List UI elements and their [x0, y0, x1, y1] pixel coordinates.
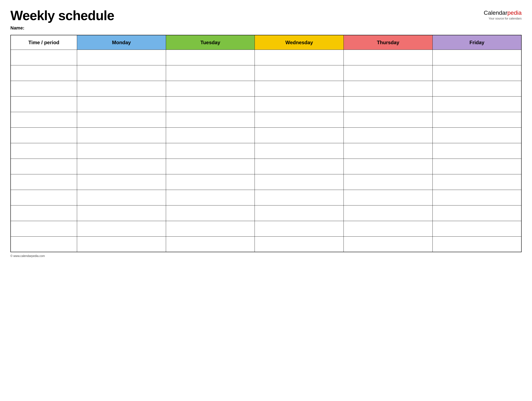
schedule-cell[interactable]: [255, 81, 344, 96]
col-header-tuesday: Tuesday: [166, 35, 255, 49]
schedule-cell[interactable]: [344, 81, 433, 96]
schedule-cell[interactable]: [166, 81, 255, 96]
table-row: [11, 112, 521, 127]
schedule-cell[interactable]: [344, 205, 433, 221]
time-cell[interactable]: [11, 127, 77, 143]
logo-pedia-part: pedia: [507, 10, 522, 16]
header-row: Time / period Monday Tuesday Wednesday T…: [11, 35, 521, 49]
logo-block: Calendarpedia Your source for calendars: [484, 8, 522, 20]
logo-calendar-part: Calendar: [484, 10, 507, 16]
schedule-cell[interactable]: [255, 205, 344, 221]
schedule-cell[interactable]: [166, 174, 255, 190]
footer: © www.calendarpedia.com: [10, 254, 522, 258]
schedule-cell[interactable]: [255, 174, 344, 190]
time-cell[interactable]: [11, 65, 77, 81]
schedule-cell[interactable]: [255, 96, 344, 112]
schedule-cell[interactable]: [166, 190, 255, 205]
schedule-cell[interactable]: [344, 112, 433, 127]
schedule-cell[interactable]: [77, 112, 166, 127]
schedule-cell[interactable]: [255, 221, 344, 236]
schedule-cell[interactable]: [344, 174, 433, 190]
schedule-cell[interactable]: [255, 127, 344, 143]
logo-text: Calendarpedia: [484, 9, 522, 16]
schedule-cell[interactable]: [432, 159, 521, 174]
schedule-cell[interactable]: [77, 143, 166, 159]
schedule-cell[interactable]: [166, 96, 255, 112]
schedule-cell[interactable]: [77, 236, 166, 252]
col-header-wednesday: Wednesday: [255, 35, 344, 49]
page-wrapper: Weekly schedule Name: Calendarpedia Your…: [10, 8, 522, 258]
schedule-cell[interactable]: [77, 65, 166, 81]
schedule-cell[interactable]: [344, 159, 433, 174]
schedule-cell[interactable]: [344, 49, 433, 65]
schedule-cell[interactable]: [432, 236, 521, 252]
schedule-cell[interactable]: [255, 159, 344, 174]
schedule-cell[interactable]: [432, 127, 521, 143]
table-row: [11, 81, 521, 96]
schedule-cell[interactable]: [77, 127, 166, 143]
schedule-cell[interactable]: [432, 49, 521, 65]
schedule-cell[interactable]: [166, 49, 255, 65]
footer-url: © www.calendarpedia.com: [10, 254, 45, 258]
time-cell[interactable]: [11, 221, 77, 236]
table-row: [11, 96, 521, 112]
time-cell[interactable]: [11, 174, 77, 190]
schedule-cell[interactable]: [344, 127, 433, 143]
schedule-cell[interactable]: [432, 221, 521, 236]
schedule-cell[interactable]: [255, 190, 344, 205]
schedule-cell[interactable]: [166, 143, 255, 159]
time-cell[interactable]: [11, 96, 77, 112]
schedule-cell[interactable]: [166, 65, 255, 81]
time-cell[interactable]: [11, 190, 77, 205]
schedule-cell[interactable]: [77, 81, 166, 96]
logo-tagline: Your source for calendars: [488, 17, 522, 20]
schedule-cell[interactable]: [432, 81, 521, 96]
time-cell[interactable]: [11, 236, 77, 252]
header-section: Weekly schedule Name: Calendarpedia Your…: [10, 8, 522, 31]
schedule-cell[interactable]: [77, 96, 166, 112]
time-cell[interactable]: [11, 205, 77, 221]
schedule-cell[interactable]: [77, 49, 166, 65]
schedule-cell[interactable]: [255, 112, 344, 127]
schedule-cell[interactable]: [77, 221, 166, 236]
schedule-cell[interactable]: [166, 127, 255, 143]
schedule-cell[interactable]: [432, 174, 521, 190]
schedule-cell[interactable]: [255, 65, 344, 81]
schedule-cell[interactable]: [344, 236, 433, 252]
schedule-cell[interactable]: [255, 49, 344, 65]
time-cell[interactable]: [11, 143, 77, 159]
schedule-cell[interactable]: [344, 96, 433, 112]
table-row: [11, 159, 521, 174]
schedule-cell[interactable]: [432, 143, 521, 159]
time-cell[interactable]: [11, 112, 77, 127]
schedule-cell[interactable]: [166, 112, 255, 127]
schedule-cell[interactable]: [432, 112, 521, 127]
table-row: [11, 143, 521, 159]
table-row: [11, 127, 521, 143]
schedule-cell[interactable]: [344, 190, 433, 205]
schedule-cell[interactable]: [432, 65, 521, 81]
schedule-cell[interactable]: [432, 190, 521, 205]
schedule-cell[interactable]: [432, 205, 521, 221]
table-row: [11, 65, 521, 81]
schedule-cell[interactable]: [255, 236, 344, 252]
name-label: Name:: [10, 25, 114, 31]
schedule-cell[interactable]: [77, 159, 166, 174]
schedule-cell[interactable]: [255, 143, 344, 159]
table-row: [11, 236, 521, 252]
schedule-cell[interactable]: [344, 221, 433, 236]
time-cell[interactable]: [11, 49, 77, 65]
schedule-cell[interactable]: [166, 205, 255, 221]
schedule-cell[interactable]: [77, 174, 166, 190]
schedule-cell[interactable]: [344, 143, 433, 159]
schedule-cell[interactable]: [432, 96, 521, 112]
time-cell[interactable]: [11, 159, 77, 174]
schedule-cell[interactable]: [77, 190, 166, 205]
schedule-table: Time / period Monday Tuesday Wednesday T…: [10, 35, 522, 252]
schedule-cell[interactable]: [166, 221, 255, 236]
schedule-cell[interactable]: [344, 65, 433, 81]
schedule-cell[interactable]: [166, 159, 255, 174]
schedule-cell[interactable]: [77, 205, 166, 221]
time-cell[interactable]: [11, 81, 77, 96]
schedule-cell[interactable]: [166, 236, 255, 252]
